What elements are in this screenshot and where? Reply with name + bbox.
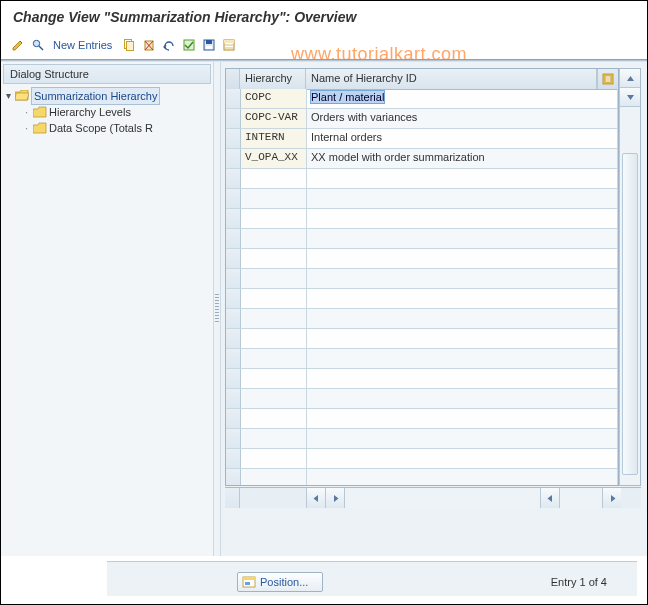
tree-child-row[interactable]: · Hierarchy Levels xyxy=(3,104,211,120)
cell-hierarchy-name[interactable] xyxy=(307,369,618,388)
new-entries-button[interactable]: New Entries xyxy=(49,36,118,54)
row-selector[interactable] xyxy=(226,369,241,388)
cell-hierarchy-name[interactable] xyxy=(307,209,618,228)
cell-hierarchy-id[interactable] xyxy=(241,189,307,208)
cell-hierarchy-id[interactable] xyxy=(241,369,307,388)
row-selector[interactable] xyxy=(226,429,241,448)
cell-hierarchy-name[interactable] xyxy=(307,329,618,348)
cell-hierarchy-id[interactable] xyxy=(241,289,307,308)
cell-hierarchy-id[interactable] xyxy=(241,329,307,348)
table-row[interactable] xyxy=(226,209,618,229)
tree-collapse-icon[interactable]: ▾ xyxy=(3,88,13,104)
row-selector[interactable] xyxy=(226,109,241,128)
scroll-up-button[interactable] xyxy=(620,69,640,88)
cell-hierarchy-name[interactable]: Plant / material xyxy=(307,89,618,108)
table-row[interactable] xyxy=(226,469,618,485)
row-selector[interactable] xyxy=(226,349,241,368)
table-row[interactable] xyxy=(226,189,618,209)
cell-hierarchy-id[interactable] xyxy=(241,229,307,248)
vscroll-track[interactable] xyxy=(620,107,640,485)
grid-col-name-header[interactable]: Name of Hierarchy ID xyxy=(306,69,597,89)
scroll-left-button-2[interactable] xyxy=(541,488,560,508)
cell-hierarchy-name[interactable] xyxy=(307,449,618,468)
hscroll-track[interactable] xyxy=(345,488,540,508)
table-row[interactable] xyxy=(226,429,618,449)
grid-rowselector-header[interactable] xyxy=(226,69,240,89)
change-display-button[interactable] xyxy=(9,36,27,54)
table-row[interactable] xyxy=(226,409,618,429)
cell-hierarchy-name[interactable] xyxy=(307,469,618,485)
table-row[interactable] xyxy=(226,369,618,389)
row-selector[interactable] xyxy=(226,89,241,108)
grid-config-button[interactable] xyxy=(597,69,618,89)
table-row[interactable]: COPCPlant / material xyxy=(226,89,618,109)
table-row[interactable] xyxy=(226,269,618,289)
row-selector[interactable] xyxy=(226,209,241,228)
table-row[interactable] xyxy=(226,249,618,269)
row-selector[interactable] xyxy=(226,149,241,168)
scroll-right-button[interactable] xyxy=(326,488,345,508)
cell-hierarchy-name[interactable] xyxy=(307,269,618,288)
cell-hierarchy-id[interactable] xyxy=(241,449,307,468)
cell-hierarchy-name[interactable]: Internal orders xyxy=(307,129,618,148)
cell-hierarchy-name[interactable]: Orders with variances xyxy=(307,109,618,128)
row-selector[interactable] xyxy=(226,229,241,248)
cell-hierarchy-name[interactable]: XX model with order summarization xyxy=(307,149,618,168)
copy-as-button[interactable] xyxy=(120,36,138,54)
position-button[interactable]: Position... xyxy=(237,572,323,592)
grid-col-hierarchy-header[interactable]: Hierarchy xyxy=(240,69,306,89)
cell-hierarchy-id[interactable] xyxy=(241,389,307,408)
cell-hierarchy-name[interactable] xyxy=(307,309,618,328)
cell-hierarchy-name[interactable] xyxy=(307,189,618,208)
row-selector[interactable] xyxy=(226,289,241,308)
cell-hierarchy-id[interactable] xyxy=(241,269,307,288)
undo-button[interactable] xyxy=(160,36,178,54)
row-selector[interactable] xyxy=(226,189,241,208)
row-selector[interactable] xyxy=(226,329,241,348)
table-row[interactable] xyxy=(226,289,618,309)
row-selector[interactable] xyxy=(226,469,241,485)
scroll-left-button[interactable] xyxy=(307,488,326,508)
cell-hierarchy-id[interactable] xyxy=(241,409,307,428)
row-selector[interactable] xyxy=(226,129,241,148)
save-button[interactable] xyxy=(200,36,218,54)
tree-root-row[interactable]: ▾ Summarization Hierarchy xyxy=(3,88,211,104)
scroll-right-button-2[interactable] xyxy=(602,488,621,508)
cell-hierarchy-id[interactable] xyxy=(241,209,307,228)
cell-hierarchy-name[interactable] xyxy=(307,249,618,268)
cell-hierarchy-name[interactable] xyxy=(307,229,618,248)
select-block-button[interactable] xyxy=(220,36,238,54)
table-row[interactable] xyxy=(226,349,618,369)
splitter-handle[interactable] xyxy=(213,62,221,556)
cell-hierarchy-name[interactable] xyxy=(307,349,618,368)
delete-button[interactable] xyxy=(140,36,158,54)
row-selector[interactable] xyxy=(226,389,241,408)
table-row[interactable]: COPC-VAROrders with variances xyxy=(226,109,618,129)
cell-hierarchy-id[interactable] xyxy=(241,249,307,268)
row-selector[interactable] xyxy=(226,249,241,268)
cell-hierarchy-name[interactable] xyxy=(307,169,618,188)
row-selector[interactable] xyxy=(226,409,241,428)
cell-hierarchy-id[interactable]: COPC xyxy=(241,89,307,108)
tree-child-row[interactable]: · Data Scope (Totals R xyxy=(3,120,211,136)
cell-hierarchy-name[interactable] xyxy=(307,389,618,408)
cell-hierarchy-id[interactable] xyxy=(241,169,307,188)
cell-hierarchy-name[interactable] xyxy=(307,289,618,308)
row-selector[interactable] xyxy=(226,449,241,468)
table-row[interactable]: INTERNInternal orders xyxy=(226,129,618,149)
scroll-down-button[interactable] xyxy=(620,88,640,107)
table-row[interactable] xyxy=(226,449,618,469)
cell-hierarchy-id[interactable] xyxy=(241,349,307,368)
cell-hierarchy-id[interactable]: INTERN xyxy=(241,129,307,148)
find-button[interactable] xyxy=(29,36,47,54)
cell-hierarchy-id[interactable]: COPC-VAR xyxy=(241,109,307,128)
table-row[interactable]: V_OPA_XXXX model with order summarizatio… xyxy=(226,149,618,169)
cell-hierarchy-id[interactable]: V_OPA_XX xyxy=(241,149,307,168)
cell-hierarchy-id[interactable] xyxy=(241,429,307,448)
hscroll-track-2[interactable] xyxy=(560,488,602,508)
table-row[interactable] xyxy=(226,169,618,189)
cell-hierarchy-name[interactable] xyxy=(307,409,618,428)
cell-hierarchy-id[interactable] xyxy=(241,469,307,485)
row-selector[interactable] xyxy=(226,269,241,288)
row-selector[interactable] xyxy=(226,309,241,328)
